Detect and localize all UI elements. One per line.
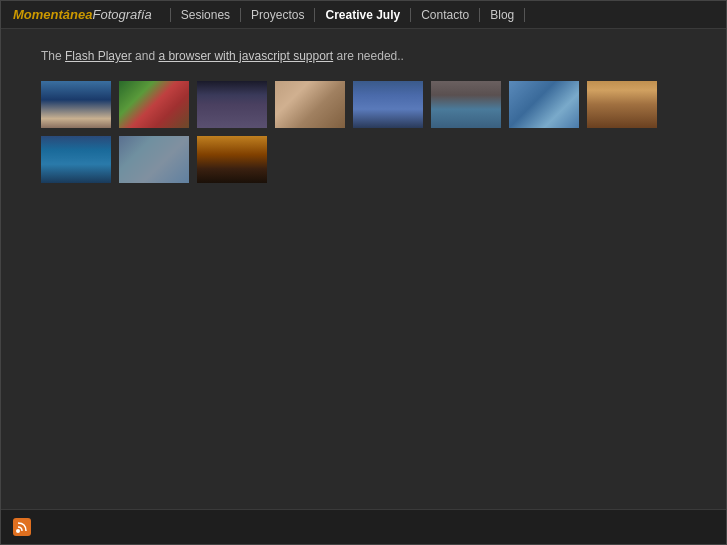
notice-prefix: The — [41, 49, 65, 63]
thumbnail-6[interactable] — [431, 81, 501, 128]
thumbnail-5[interactable] — [353, 81, 423, 128]
thumbnails-grid — [41, 81, 686, 183]
logo: Momentánea Fotografía — [13, 7, 152, 22]
thumbnail-3[interactable] — [197, 81, 267, 128]
thumbnail-1[interactable] — [41, 81, 111, 128]
thumbnail-11[interactable] — [197, 136, 267, 183]
footer — [1, 509, 726, 544]
thumbnail-10[interactable] — [119, 136, 189, 183]
notice-middle: and — [132, 49, 159, 63]
logo-momentanea: Momentánea — [13, 7, 92, 22]
thumbnail-8[interactable] — [587, 81, 657, 128]
nav-item-contacto[interactable]: Contacto — [411, 8, 480, 22]
thumbnail-4[interactable] — [275, 81, 345, 128]
nav: Sesiones Proyectos Creative July Contact… — [170, 8, 526, 22]
nav-item-sesiones[interactable]: Sesiones — [170, 8, 241, 22]
thumbnail-9[interactable] — [41, 136, 111, 183]
thumbnail-2[interactable] — [119, 81, 189, 128]
header: Momentánea Fotografía Sesiones Proyectos… — [1, 1, 726, 29]
rss-icon[interactable] — [13, 518, 31, 536]
flash-player-link[interactable]: Flash Player — [65, 49, 132, 63]
nav-item-proyectos[interactable]: Proyectos — [241, 8, 315, 22]
svg-point-0 — [16, 529, 20, 533]
logo-fotografia: Fotografía — [92, 7, 151, 22]
notice-suffix: are needed.. — [333, 49, 404, 63]
flash-notice: The Flash Player and a browser with java… — [41, 49, 686, 63]
javascript-support-link[interactable]: a browser with javascript support — [158, 49, 333, 63]
nav-item-creative-july[interactable]: Creative July — [315, 8, 411, 22]
thumbnail-7[interactable] — [509, 81, 579, 128]
nav-item-blog[interactable]: Blog — [480, 8, 525, 22]
main-content: The Flash Player and a browser with java… — [1, 29, 726, 509]
